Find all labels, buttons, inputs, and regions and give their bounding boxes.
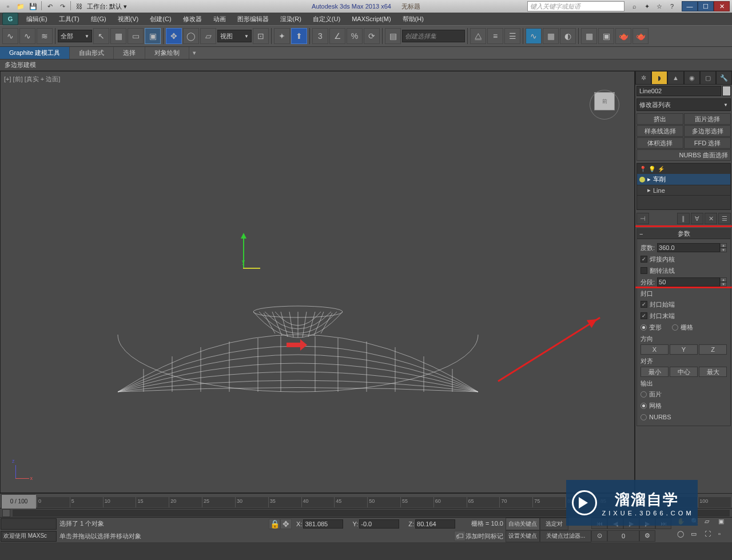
modifier-list-dropdown[interactable]: 修改器列表▼ <box>636 98 731 111</box>
nav-extra-icon[interactable]: ▫ <box>718 530 732 543</box>
link-icon[interactable]: ⛓ <box>73 1 85 11</box>
layers-icon[interactable]: ☰ <box>504 28 520 44</box>
align-max-button[interactable]: 最大 <box>699 367 727 377</box>
stack-item-line[interactable]: ▸Line <box>637 185 730 196</box>
menu-rendering[interactable]: 渲染(R) <box>274 13 307 25</box>
axis-y-button[interactable]: Y <box>670 344 698 355</box>
axis-z-button[interactable]: Z <box>699 344 727 355</box>
render-setup-icon[interactable]: ▦ <box>581 28 597 44</box>
comm-icon[interactable]: ✦ <box>642 1 652 11</box>
material-editor-icon[interactable]: ◐ <box>560 28 576 44</box>
mod-btn-splinesel[interactable]: 样条线选择 <box>636 125 683 137</box>
select-name-icon[interactable]: ▦ <box>110 28 126 44</box>
ribbon-tab-freeform[interactable]: 自由形式 <box>70 47 114 59</box>
spinner-up-icon[interactable]: ▲ <box>720 243 727 248</box>
mod-btn-patchsel[interactable]: 面片选择 <box>684 113 731 125</box>
cap-start-checkbox[interactable]: ✓ <box>640 301 647 308</box>
set-key-button[interactable]: 设置关键点 <box>506 530 540 543</box>
viewcube[interactable]: 前 <box>592 92 617 117</box>
selection-filter[interactable]: 全部▼ <box>58 30 92 42</box>
menu-customize[interactable]: 自定义(U) <box>307 13 346 25</box>
ribbon-tab-selection[interactable]: 选择 <box>114 47 145 59</box>
stack-config-icon[interactable]: ☰ <box>718 213 731 224</box>
cmd-tab-display-icon[interactable]: ▢ <box>700 71 716 85</box>
coord-y-input[interactable] <box>359 519 399 529</box>
spinner-down-icon[interactable]: ▼ <box>720 282 727 287</box>
align-icon[interactable]: ≡ <box>487 28 503 44</box>
rotate-tool-icon[interactable]: ◯ <box>183 28 199 44</box>
menu-group[interactable]: 组(G) <box>85 13 112 25</box>
object-name-input[interactable] <box>636 86 721 96</box>
trackbar-toggle-icon[interactable] <box>2 509 10 517</box>
stack-unique-icon[interactable]: ∀ <box>691 213 703 224</box>
menu-create[interactable]: 创建(C) <box>144 13 177 25</box>
nav-fov-icon[interactable]: ▱ <box>705 518 718 530</box>
select-object-icon[interactable]: ↖ <box>93 28 109 44</box>
auto-key-button[interactable]: 自动关键点 <box>506 518 540 530</box>
stack-pin-icon[interactable]: 📍 <box>639 165 646 172</box>
add-time-tag[interactable]: 添加时间标记 <box>466 532 503 541</box>
schematic-icon[interactable]: ▦ <box>543 28 559 44</box>
snap-angle-icon[interactable]: ∠ <box>329 28 345 44</box>
snap-spinner-icon[interactable]: ⟳ <box>364 28 380 44</box>
lock-selection-icon[interactable]: 🔒 <box>269 519 280 529</box>
mod-btn-volsel[interactable]: 体积选择 <box>636 137 683 149</box>
flip-normals-checkbox[interactable] <box>640 267 647 274</box>
cap-end-checkbox[interactable]: ✓ <box>640 312 647 319</box>
select-rect-icon[interactable]: ▭ <box>128 28 144 44</box>
nav-max-icon[interactable]: ⛶ <box>705 530 718 543</box>
stack-pin-btn-icon[interactable]: ⊣ <box>636 213 649 224</box>
help-search[interactable]: 键入关键字或短语 <box>527 1 624 11</box>
mod-btn-extrude[interactable]: 挤出 <box>636 113 683 125</box>
snap-3-icon[interactable]: 3 <box>312 28 328 44</box>
manip-icon[interactable]: ✦ <box>274 28 290 44</box>
viewport-label[interactable]: [+] [前] [真实 + 边面] <box>4 75 60 84</box>
segments-input[interactable] <box>657 277 720 287</box>
redo-icon[interactable]: ↷ <box>57 1 68 11</box>
render-icon[interactable]: 🫖 <box>615 28 631 44</box>
output-nurbs-radio[interactable] <box>640 414 647 420</box>
nav-zoomall-icon[interactable]: ▣ <box>718 518 732 530</box>
mod-btn-polysel[interactable]: 多边形选择 <box>684 125 731 137</box>
menu-grapheditors[interactable]: 图形编辑器 <box>232 13 274 25</box>
undo-icon[interactable]: ↶ <box>44 1 55 11</box>
move-tool-icon[interactable]: ✥ <box>166 28 182 44</box>
grid-radio[interactable] <box>672 324 678 331</box>
menu-modifiers[interactable]: 修改器 <box>177 13 208 25</box>
morph-radio[interactable] <box>640 324 647 331</box>
cmd-tab-modify-icon[interactable]: ◗ <box>651 71 667 85</box>
minimize-button[interactable]: — <box>682 1 698 11</box>
abs-rel-icon[interactable]: ✥ <box>280 519 292 529</box>
weld-core-checkbox[interactable]: ✓ <box>640 256 647 263</box>
viewport[interactable]: [+] [前] [真实 + 边面] 前 <box>0 71 635 493</box>
bind-tool-icon[interactable]: ≋ <box>37 28 53 44</box>
maximize-button[interactable]: ☐ <box>698 1 714 11</box>
time-slider[interactable]: 0 / 100 <box>1 494 35 508</box>
ribbon-panel-label[interactable]: 多边形建模 <box>0 59 732 71</box>
modifier-stack[interactable]: 📍 💡 ⚡ ▸车削 ▸Line <box>636 163 731 210</box>
open-icon[interactable]: 📁 <box>15 1 26 11</box>
current-frame[interactable]: 0 <box>607 530 639 542</box>
ribbon-tab-paint[interactable]: 对象绘制 <box>145 47 189 59</box>
fav-icon[interactable]: ☆ <box>654 1 665 11</box>
new-icon[interactable]: ▫ <box>2 1 14 11</box>
cmd-tab-hierarchy-icon[interactable]: ▲ <box>667 71 683 85</box>
key-mode-icon[interactable]: ⊙ <box>591 530 607 542</box>
menu-edit[interactable]: 编辑(E) <box>21 13 53 25</box>
menu-views[interactable]: 视图(V) <box>112 13 145 25</box>
ribbon-tab-graphite[interactable]: Graphite 建模工具 <box>0 47 70 59</box>
stack-remove-icon[interactable]: ✕ <box>705 213 717 224</box>
mod-btn-nurbssel[interactable]: NURBS 曲面选择 <box>636 149 731 161</box>
cmd-tab-utilities-icon[interactable]: 🔧 <box>716 71 732 85</box>
mod-btn-ffdsel[interactable]: FFD 选择 <box>684 137 731 149</box>
nav-walk-icon[interactable]: ▭ <box>691 530 705 543</box>
cmd-tab-motion-icon[interactable]: ◉ <box>684 71 700 85</box>
stack-fx-icon[interactable]: ⚡ <box>658 165 665 172</box>
scale-tool-icon[interactable]: ▱ <box>200 28 216 44</box>
close-button[interactable]: ✕ <box>714 1 730 11</box>
cmd-tab-create-icon[interactable]: ✲ <box>635 71 651 85</box>
menu-tools[interactable]: 工具(T) <box>53 13 85 25</box>
named-sets-input[interactable]: 创建选择集 <box>402 30 465 42</box>
render-prod-icon[interactable]: 🫖 <box>632 28 649 44</box>
time-tag-icon[interactable]: 🏷 <box>454 531 466 541</box>
